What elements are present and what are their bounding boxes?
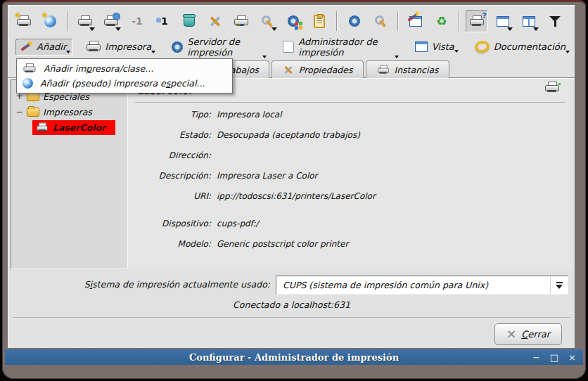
printer-settings-button[interactable] xyxy=(100,10,122,32)
add-printer-wizard-button[interactable]: ★ xyxy=(13,10,35,32)
add-special-printer-button[interactable]: ★ xyxy=(39,10,61,32)
server-wrench-icon xyxy=(375,15,386,27)
menu-item-add-printer-class[interactable]: Añadir impresora/clase... xyxy=(17,61,232,76)
printer-driver-button[interactable] xyxy=(282,10,305,32)
dialog-content: ★ ★ -1 1 xyxy=(8,5,575,349)
footer-divider xyxy=(13,317,570,318)
titlebar[interactable]: Configurar - Administrador de impresión … xyxy=(5,349,583,365)
detail-label: Estado: xyxy=(128,130,211,140)
printer-question-icon: ? xyxy=(470,15,484,27)
wizard-button[interactable]: ★ xyxy=(404,10,427,32)
printer-icon xyxy=(378,65,389,75)
detail-value: ipp://todoscsi:631/printers/LaserColor xyxy=(217,191,376,201)
panel-printer-icon[interactable] xyxy=(545,82,559,96)
print-test-page-button[interactable] xyxy=(230,10,253,32)
printer-report-button[interactable] xyxy=(308,10,331,32)
toolbar-separator xyxy=(397,11,399,31)
split-view-button[interactable] xyxy=(518,10,540,32)
filter-button[interactable] xyxy=(544,10,566,32)
gear-icon xyxy=(172,41,183,53)
combobox-arrow-button[interactable] xyxy=(550,276,568,294)
menu-vista-label: Vista xyxy=(432,41,454,52)
detail-label: Dispositivo: xyxy=(128,219,211,228)
maximize-button[interactable]: □ xyxy=(550,353,558,362)
window-icon xyxy=(415,41,428,52)
tree-item-lasercolor[interactable]: LaserColor xyxy=(11,120,127,135)
close-button[interactable]: × xyxy=(568,353,576,362)
tab-propiedades[interactable]: Propiedades xyxy=(271,60,364,78)
wand-overlay-icon: ★ xyxy=(407,12,419,23)
detail-label: Descripción: xyxy=(128,171,211,181)
detail-label: Modelo: xyxy=(128,239,211,249)
filter-icon xyxy=(549,15,561,27)
menu-documentacion[interactable]: Documentación xyxy=(471,38,572,56)
split-view-icon xyxy=(523,16,535,27)
detail-row-direccion: Dirección: xyxy=(128,150,217,160)
combobox-value: CUPS (sistema de impresión común para Un… xyxy=(276,280,488,290)
detail-row-modelo: Modelo: Generic postscript color printer xyxy=(128,239,348,249)
detail-value: Generic postscript color printer xyxy=(217,239,348,249)
remove-printer-button[interactable] xyxy=(178,10,200,32)
detail-value: cups-pdf:/ xyxy=(217,219,259,228)
special-printer-icon xyxy=(23,78,33,89)
toolbar-separator xyxy=(336,11,338,31)
detail-label: Tipo: xyxy=(128,110,211,120)
tree-item-impresoras[interactable]: − Impresoras xyxy=(11,104,127,120)
refresh-icon: ♻ xyxy=(436,15,447,27)
expander-icon[interactable]: − xyxy=(15,107,23,117)
wand-icon: ★ xyxy=(20,41,32,53)
print-file-button[interactable] xyxy=(74,10,96,32)
menu-arrow-icon xyxy=(66,51,70,53)
refresh-button[interactable]: ♻ xyxy=(430,10,453,32)
add-printer-icon: ★ xyxy=(17,15,31,27)
tree-item-label: Impresoras xyxy=(43,107,92,117)
menu-administrador-label: Administrador de impresión xyxy=(298,37,394,58)
printer-gear-icon xyxy=(104,15,118,27)
toolbar: ★ ★ -1 1 xyxy=(13,7,572,35)
menu-impresora[interactable]: Impresora xyxy=(82,38,158,56)
view-mode-button[interactable] xyxy=(492,10,514,32)
dropdown-arrow-icon xyxy=(507,27,513,31)
menu-anadir[interactable]: ★ Añadir xyxy=(15,39,72,56)
minus-one-icon: -1 xyxy=(132,15,143,27)
printer-info-toggle-button[interactable]: ? xyxy=(466,10,488,32)
menu-administrador[interactable]: Administrador de impresión xyxy=(279,34,400,60)
tools-icon xyxy=(209,15,222,27)
menu-arrow-icon xyxy=(262,56,267,58)
detail-value: Desocupada (aceptando trabajos) xyxy=(217,130,360,140)
menu-item-label: Añadir impresora/clase... xyxy=(44,63,153,74)
start-printer-button[interactable]: 1 xyxy=(152,10,174,32)
dropdown-arrow-icon xyxy=(533,27,539,31)
tree-item-label: LaserColor xyxy=(53,122,106,133)
combo-bar-icon xyxy=(556,282,563,283)
menu-item-add-special-printer[interactable]: Añadir (pseudo) impresora especial... xyxy=(17,76,232,91)
menu-item-label: Añadir (pseudo) impresora especial... xyxy=(40,78,205,89)
wrench-icon xyxy=(262,15,273,27)
print-file-icon xyxy=(78,15,92,27)
menu-arrow-icon xyxy=(151,51,155,53)
printer-tools-button[interactable] xyxy=(256,10,279,32)
minimize-button[interactable]: − xyxy=(532,353,540,362)
menubar: ★ Añadir Impresora Servidor de impresión… xyxy=(15,36,572,58)
dropdown-arrow-icon xyxy=(89,27,95,31)
server-gear-icon xyxy=(349,15,360,27)
toolbar-separator xyxy=(459,11,460,31)
connection-status: Conectado a localhost:631 xyxy=(8,299,575,310)
cerrar-button[interactable]: × Cerrar xyxy=(494,323,562,345)
print-system-combobox[interactable]: CUPS (sistema de impresión común para Un… xyxy=(276,276,568,295)
panel-divider xyxy=(135,102,565,103)
configure-server-button[interactable] xyxy=(369,10,392,32)
menu-servidor[interactable]: Servidor de impresión xyxy=(167,34,269,60)
printer-tree: + Especiales − Impresoras LaserColor xyxy=(11,79,128,269)
restart-server-button[interactable] xyxy=(343,10,366,32)
print-system-label: Sistema de impresión actualmente usado: xyxy=(8,279,270,290)
stop-printer-button[interactable]: -1 xyxy=(126,10,148,32)
configure-printer-button[interactable] xyxy=(204,10,226,32)
menu-vista[interactable]: Vista xyxy=(411,39,461,55)
plus-one-icon: 1 xyxy=(158,15,169,27)
add-printer-icon xyxy=(24,63,36,73)
detail-row-estado: Estado: Desocupada (aceptando trabajos) xyxy=(128,130,360,140)
tab-label: Propiedades xyxy=(299,65,353,75)
tab-instancias[interactable]: Instancias xyxy=(366,60,449,78)
selected-row: LaserColor xyxy=(32,120,115,135)
